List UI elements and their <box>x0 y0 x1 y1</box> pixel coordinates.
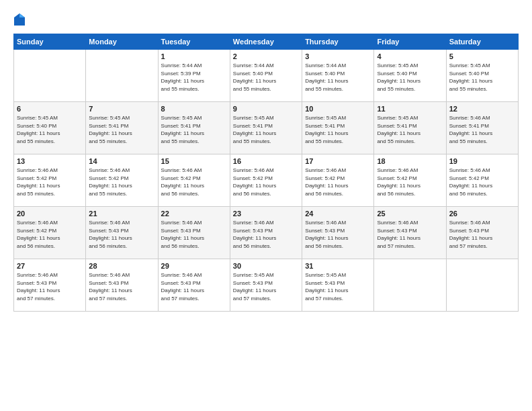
day-number: 22 <box>161 210 227 218</box>
calendar-cell: 2Sunrise: 5:44 AM Sunset: 5:40 PM Daylig… <box>230 50 302 102</box>
page: SundayMondayTuesdayWednesdayThursdayFrid… <box>0 0 532 411</box>
day-info: Sunrise: 5:46 AM Sunset: 5:43 PM Dayligh… <box>89 219 154 250</box>
calendar-weekday-header: Wednesday <box>230 34 302 50</box>
calendar-cell: 18Sunrise: 5:46 AM Sunset: 5:42 PM Dayli… <box>374 154 446 207</box>
calendar-cell <box>446 259 518 312</box>
day-info: Sunrise: 5:46 AM Sunset: 5:41 PM Dayligh… <box>449 114 515 145</box>
day-number: 9 <box>233 105 299 113</box>
day-info: Sunrise: 5:46 AM Sunset: 5:42 PM Dayligh… <box>377 167 443 197</box>
day-info: Sunrise: 5:46 AM Sunset: 5:42 PM Dayligh… <box>89 167 154 197</box>
day-number: 20 <box>17 210 83 218</box>
calendar-cell: 27Sunrise: 5:46 AM Sunset: 5:43 PM Dayli… <box>14 259 86 312</box>
calendar-weekday-header: Friday <box>374 34 446 50</box>
calendar-cell: 4Sunrise: 5:45 AM Sunset: 5:40 PM Daylig… <box>374 50 446 102</box>
day-info: Sunrise: 5:46 AM Sunset: 5:42 PM Dayligh… <box>305 167 371 197</box>
day-info: Sunrise: 5:46 AM Sunset: 5:42 PM Dayligh… <box>17 167 83 197</box>
day-number: 18 <box>377 157 443 165</box>
calendar-cell <box>86 50 158 102</box>
day-info: Sunrise: 5:45 AM Sunset: 5:41 PM Dayligh… <box>89 114 154 145</box>
calendar-week-row: 6Sunrise: 5:45 AM Sunset: 5:40 PM Daylig… <box>14 102 519 154</box>
day-info: Sunrise: 5:46 AM Sunset: 5:43 PM Dayligh… <box>89 271 154 302</box>
calendar-cell: 10Sunrise: 5:45 AM Sunset: 5:41 PM Dayli… <box>302 102 374 154</box>
day-number: 25 <box>377 210 443 218</box>
day-number: 14 <box>89 157 154 165</box>
calendar-week-row: 27Sunrise: 5:46 AM Sunset: 5:43 PM Dayli… <box>14 259 519 312</box>
day-info: Sunrise: 5:44 AM Sunset: 5:40 PM Dayligh… <box>233 62 299 93</box>
day-number: 10 <box>305 105 371 113</box>
calendar-cell: 17Sunrise: 5:46 AM Sunset: 5:42 PM Dayli… <box>302 154 374 207</box>
day-info: Sunrise: 5:45 AM Sunset: 5:40 PM Dayligh… <box>449 62 515 93</box>
calendar-cell: 3Sunrise: 5:44 AM Sunset: 5:40 PM Daylig… <box>302 50 374 102</box>
calendar-cell: 29Sunrise: 5:46 AM Sunset: 5:43 PM Dayli… <box>158 259 230 312</box>
day-number: 31 <box>305 262 371 270</box>
day-number: 19 <box>449 157 515 165</box>
day-number: 3 <box>305 52 371 60</box>
calendar-week-row: 1Sunrise: 5:44 AM Sunset: 5:39 PM Daylig… <box>14 50 519 102</box>
calendar-cell: 14Sunrise: 5:46 AM Sunset: 5:42 PM Dayli… <box>86 154 158 207</box>
calendar-header-row: SundayMondayTuesdayWednesdayThursdayFrid… <box>14 34 519 50</box>
calendar-cell: 15Sunrise: 5:46 AM Sunset: 5:42 PM Dayli… <box>158 154 230 207</box>
day-number: 15 <box>161 157 227 165</box>
day-number: 30 <box>233 262 299 270</box>
calendar-table: SundayMondayTuesdayWednesdayThursdayFrid… <box>13 34 519 312</box>
day-number: 8 <box>161 105 227 113</box>
day-number: 26 <box>449 210 515 218</box>
calendar-cell: 8Sunrise: 5:45 AM Sunset: 5:41 PM Daylig… <box>158 102 230 154</box>
calendar-cell: 26Sunrise: 5:46 AM Sunset: 5:43 PM Dayli… <box>446 207 518 259</box>
day-info: Sunrise: 5:45 AM Sunset: 5:41 PM Dayligh… <box>377 114 443 145</box>
calendar-weekday-header: Saturday <box>446 34 518 50</box>
day-info: Sunrise: 5:45 AM Sunset: 5:41 PM Dayligh… <box>233 114 299 145</box>
day-info: Sunrise: 5:46 AM Sunset: 5:43 PM Dayligh… <box>305 219 371 250</box>
day-info: Sunrise: 5:46 AM Sunset: 5:43 PM Dayligh… <box>449 219 515 250</box>
calendar-weekday-header: Sunday <box>14 34 86 50</box>
day-number: 2 <box>233 52 299 60</box>
calendar-cell: 9Sunrise: 5:45 AM Sunset: 5:41 PM Daylig… <box>230 102 302 154</box>
day-info: Sunrise: 5:46 AM Sunset: 5:43 PM Dayligh… <box>17 271 83 302</box>
day-number: 12 <box>449 105 515 113</box>
calendar-cell: 6Sunrise: 5:45 AM Sunset: 5:40 PM Daylig… <box>14 102 86 154</box>
day-info: Sunrise: 5:46 AM Sunset: 5:43 PM Dayligh… <box>377 219 443 250</box>
calendar-weekday-header: Thursday <box>302 34 374 50</box>
calendar-cell: 7Sunrise: 5:45 AM Sunset: 5:41 PM Daylig… <box>86 102 158 154</box>
calendar-cell: 24Sunrise: 5:46 AM Sunset: 5:43 PM Dayli… <box>302 207 374 259</box>
calendar-weekday-header: Monday <box>86 34 158 50</box>
day-number: 1 <box>161 52 227 60</box>
calendar-weekday-header: Tuesday <box>158 34 230 50</box>
header <box>13 12 519 27</box>
day-info: Sunrise: 5:46 AM Sunset: 5:43 PM Dayligh… <box>161 271 227 302</box>
day-info: Sunrise: 5:46 AM Sunset: 5:42 PM Dayligh… <box>161 167 227 197</box>
calendar-cell: 28Sunrise: 5:46 AM Sunset: 5:43 PM Dayli… <box>86 259 158 312</box>
calendar-cell: 21Sunrise: 5:46 AM Sunset: 5:43 PM Dayli… <box>86 207 158 259</box>
day-number: 17 <box>305 157 371 165</box>
day-number: 4 <box>377 52 443 60</box>
calendar-cell: 11Sunrise: 5:45 AM Sunset: 5:41 PM Dayli… <box>374 102 446 154</box>
calendar-week-row: 20Sunrise: 5:46 AM Sunset: 5:42 PM Dayli… <box>14 207 519 259</box>
calendar-cell: 13Sunrise: 5:46 AM Sunset: 5:42 PM Dayli… <box>14 154 86 207</box>
day-number: 24 <box>305 210 371 218</box>
calendar-cell: 25Sunrise: 5:46 AM Sunset: 5:43 PM Dayli… <box>374 207 446 259</box>
day-number: 11 <box>377 105 443 113</box>
day-info: Sunrise: 5:45 AM Sunset: 5:40 PM Dayligh… <box>17 114 83 145</box>
day-info: Sunrise: 5:46 AM Sunset: 5:42 PM Dayligh… <box>233 167 299 197</box>
logo <box>13 12 28 27</box>
day-number: 23 <box>233 210 299 218</box>
day-number: 13 <box>17 157 83 165</box>
calendar-cell: 30Sunrise: 5:45 AM Sunset: 5:43 PM Dayli… <box>230 259 302 312</box>
day-number: 21 <box>89 210 154 218</box>
calendar-cell: 20Sunrise: 5:46 AM Sunset: 5:42 PM Dayli… <box>14 207 86 259</box>
day-info: Sunrise: 5:45 AM Sunset: 5:43 PM Dayligh… <box>305 271 371 302</box>
calendar-cell <box>374 259 446 312</box>
day-number: 27 <box>17 262 83 270</box>
logo-icon <box>13 12 26 27</box>
day-info: Sunrise: 5:44 AM Sunset: 5:39 PM Dayligh… <box>161 62 227 93</box>
day-number: 28 <box>89 262 154 270</box>
day-info: Sunrise: 5:46 AM Sunset: 5:43 PM Dayligh… <box>233 219 299 250</box>
day-info: Sunrise: 5:45 AM Sunset: 5:43 PM Dayligh… <box>233 271 299 302</box>
calendar-cell: 23Sunrise: 5:46 AM Sunset: 5:43 PM Dayli… <box>230 207 302 259</box>
day-info: Sunrise: 5:46 AM Sunset: 5:42 PM Dayligh… <box>449 167 515 197</box>
calendar-week-row: 13Sunrise: 5:46 AM Sunset: 5:42 PM Dayli… <box>14 154 519 207</box>
day-info: Sunrise: 5:45 AM Sunset: 5:40 PM Dayligh… <box>377 62 443 93</box>
day-info: Sunrise: 5:44 AM Sunset: 5:40 PM Dayligh… <box>305 62 371 93</box>
svg-marker-1 <box>19 13 25 17</box>
calendar-cell: 12Sunrise: 5:46 AM Sunset: 5:41 PM Dayli… <box>446 102 518 154</box>
